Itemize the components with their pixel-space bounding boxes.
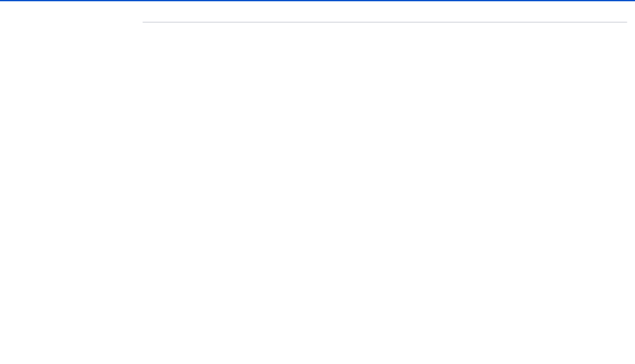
- app-list: [142, 22, 627, 23]
- main-content: [127, 0, 635, 364]
- sidebar: [0, 0, 127, 364]
